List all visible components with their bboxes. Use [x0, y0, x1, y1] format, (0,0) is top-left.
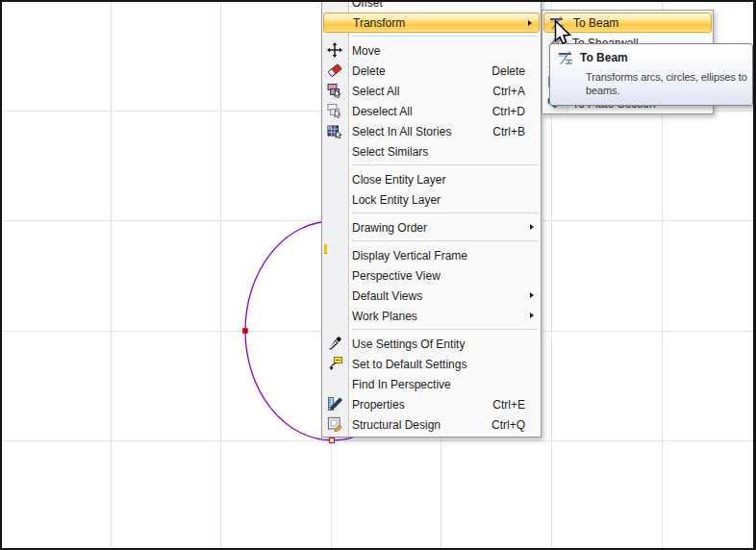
shortcut-label: Delete	[491, 64, 525, 78]
menu-item-label: Default Views	[352, 289, 525, 303]
shortcut-label: Ctrl+B	[492, 125, 525, 138]
menu-item-work-planes[interactable]: Work Planes	[322, 306, 541, 326]
menu-item-label: Perspective View	[352, 269, 525, 283]
submenu-item-label: To Beam	[573, 16, 695, 30]
context-menu: OffsetTransformMoveDeleteDeleteSelect Al…	[321, 0, 542, 438]
menu-item-properties[interactable]: PropertiesCtrl+E	[322, 394, 541, 414]
submenu-arrow-icon	[528, 20, 532, 26]
menu-item-set-to-default-settings[interactable]: Set to Default Settings	[322, 354, 541, 374]
submenu-arrow-icon	[530, 224, 534, 230]
shortcut-label: Ctrl+D	[492, 105, 525, 118]
menu-item-delete[interactable]: DeleteDelete	[322, 61, 541, 81]
application-window: OffsetTransformMoveDeleteDeleteSelect Al…	[0, 0, 756, 550]
submenu-arrow-icon	[530, 292, 534, 298]
menu-item-deselect-all[interactable]: Deselect AllCtrl+D	[322, 101, 541, 121]
menu-separator	[322, 238, 541, 245]
shortcut-label: Ctrl+A	[492, 85, 525, 98]
select-stories-icon	[327, 123, 342, 138]
window-border	[0, 0, 2, 550]
menu-item-label: Delete	[352, 64, 482, 78]
menu-item-label: Find In Perspective	[352, 378, 525, 391]
tooltip-title: To Beam	[580, 51, 628, 64]
menu-item-label: Structural Design	[352, 418, 482, 432]
menu-item-label: Drawing Order	[352, 221, 525, 235]
eraser-icon	[327, 62, 342, 78]
snap-marker	[324, 244, 327, 254]
shortcut-label: Ctrl+Q	[491, 418, 525, 432]
menu-item-label: Select Similars	[352, 145, 525, 159]
menu-item-lock-entity-layer[interactable]: Lock Entity Layer	[322, 189, 541, 210]
menu-item-display-vertical-frame[interactable]: Display Vertical Frame	[322, 245, 541, 265]
menu-item-label: Close Entity Layer	[352, 173, 525, 187]
move-icon	[327, 42, 342, 58]
menu-item-move[interactable]: Move	[322, 40, 541, 61]
submenu-arrow-icon	[530, 312, 534, 318]
menu-separator	[322, 162, 541, 169]
menu-item-label: Lock Entity Layer	[352, 193, 525, 207]
eyedropper-icon	[327, 336, 342, 351]
menu-item-structural-design[interactable]: Structural DesignCtrl+Q	[322, 414, 541, 435]
menu-separator	[322, 33, 541, 40]
menu-item-label: Work Planes	[352, 310, 525, 323]
menu-item-label: Move	[352, 44, 525, 58]
menu-item-transform[interactable]: Transform	[323, 12, 540, 33]
select-all-icon	[327, 83, 342, 98]
menu-item-label: Select All	[352, 85, 483, 98]
shortcut-label: Ctrl+E	[492, 398, 525, 412]
menu-separator	[322, 210, 541, 217]
menu-item-find-in-perspective[interactable]: Find In Perspective	[322, 374, 541, 394]
deselect-all-icon	[327, 103, 342, 118]
set-default-icon	[327, 356, 342, 371]
entity-handle[interactable]	[330, 438, 335, 443]
mouse-cursor-icon	[554, 20, 571, 50]
menu-item-label: Set to Default Settings	[352, 358, 525, 371]
menu-item-close-entity-layer[interactable]: Close Entity Layer	[322, 169, 541, 189]
menu-item-label: Select In All Stories	[352, 125, 483, 138]
beam-icon	[558, 50, 573, 65]
menu-item-label: Deselect All	[352, 105, 483, 118]
menu-item-label: Use Settings Of Entity	[352, 338, 525, 351]
menu-separator	[322, 326, 541, 334]
menu-item-default-views[interactable]: Default Views	[322, 286, 541, 306]
menu-item-select-all[interactable]: Select AllCtrl+A	[322, 81, 541, 101]
menu-item-label: Transform	[353, 16, 523, 30]
menu-item-label: Properties	[352, 398, 483, 412]
menu-item-select-in-all-stories[interactable]: Select In All StoriesCtrl+B	[322, 121, 541, 141]
menu-item-label: Display Vertical Frame	[352, 249, 525, 262]
menu-item-use-settings-of-entity[interactable]: Use Settings Of Entity	[322, 334, 541, 354]
structural-design-icon	[327, 416, 342, 432]
tooltip: To Beam Transforms arcs, circles, ellips…	[549, 43, 753, 106]
tooltip-body: Transforms arcs, circles, ellipses to be…	[586, 70, 747, 97]
menu-item-perspective-view[interactable]: Perspective View	[322, 265, 541, 286]
properties-icon	[327, 396, 342, 412]
menu-item-select-similars[interactable]: Select Similars	[322, 141, 541, 162]
menu-item-drawing-order[interactable]: Drawing Order	[322, 217, 541, 238]
entity-handle[interactable]	[243, 329, 248, 334]
window-border	[0, 0, 756, 2]
